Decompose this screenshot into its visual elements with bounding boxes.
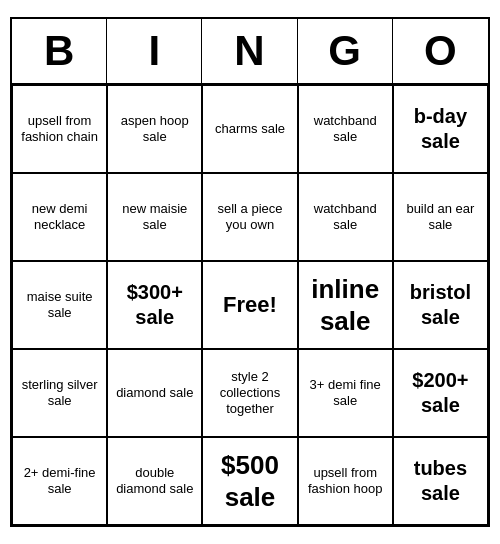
bingo-cell-8: watchband sale bbox=[298, 173, 393, 261]
bingo-letter-o: O bbox=[393, 19, 488, 83]
bingo-cell-14: bristol sale bbox=[393, 261, 488, 349]
bingo-cell-11: $300+ sale bbox=[107, 261, 202, 349]
bingo-cell-21: double diamond sale bbox=[107, 437, 202, 525]
bingo-cell-13: inline sale bbox=[298, 261, 393, 349]
bingo-letter-i: I bbox=[107, 19, 202, 83]
bingo-cell-17: style 2 collections together bbox=[202, 349, 297, 437]
bingo-cell-7: sell a piece you own bbox=[202, 173, 297, 261]
bingo-cell-0: upsell from fashion chain bbox=[12, 85, 107, 173]
bingo-cell-19: $200+ sale bbox=[393, 349, 488, 437]
bingo-cell-20: 2+ demi-fine sale bbox=[12, 437, 107, 525]
bingo-cell-3: watchband sale bbox=[298, 85, 393, 173]
bingo-cell-24: tubes sale bbox=[393, 437, 488, 525]
bingo-cell-2: charms sale bbox=[202, 85, 297, 173]
bingo-cell-4: b-day sale bbox=[393, 85, 488, 173]
bingo-cell-9: build an ear sale bbox=[393, 173, 488, 261]
bingo-cell-10: maise suite sale bbox=[12, 261, 107, 349]
bingo-letter-n: N bbox=[202, 19, 297, 83]
bingo-card: BINGO upsell from fashion chainaspen hoo… bbox=[10, 17, 490, 527]
bingo-cell-18: 3+ demi fine sale bbox=[298, 349, 393, 437]
bingo-cell-22: $500 sale bbox=[202, 437, 297, 525]
bingo-cell-1: aspen hoop sale bbox=[107, 85, 202, 173]
bingo-header: BINGO bbox=[12, 19, 488, 85]
bingo-cell-6: new maisie sale bbox=[107, 173, 202, 261]
bingo-letter-b: B bbox=[12, 19, 107, 83]
bingo-letter-g: G bbox=[298, 19, 393, 83]
bingo-cell-5: new demi necklace bbox=[12, 173, 107, 261]
bingo-cell-16: diamond sale bbox=[107, 349, 202, 437]
bingo-cell-15: sterling silver sale bbox=[12, 349, 107, 437]
bingo-cell-23: upsell from fashion hoop bbox=[298, 437, 393, 525]
bingo-grid: upsell from fashion chainaspen hoop sale… bbox=[12, 85, 488, 525]
bingo-cell-12: Free! bbox=[202, 261, 297, 349]
